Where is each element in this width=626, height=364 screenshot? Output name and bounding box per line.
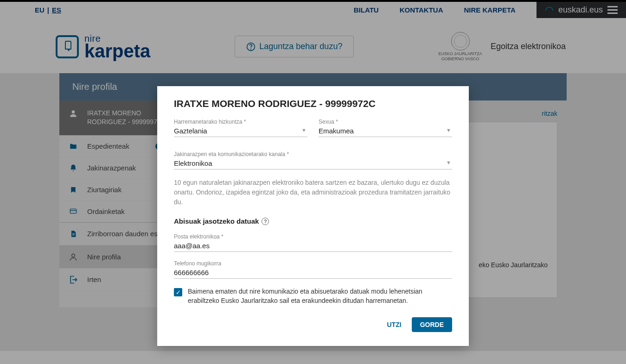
- sex-label: Sexua *: [319, 119, 452, 125]
- phone-label: Telefono mugikorra: [174, 260, 452, 267]
- language-value: Gaztelania: [174, 127, 307, 135]
- phone-field[interactable]: Telefono mugikorra: [174, 260, 452, 279]
- sex-field[interactable]: Sexua * Emakumea ▼: [319, 119, 452, 137]
- channel-field[interactable]: Jakinarazpen eta komunikazioetarako kana…: [174, 151, 452, 169]
- consent-row: ✓ Baimena ematen dut nire komunikazio et…: [174, 287, 452, 305]
- email-label: Posta elektronikoa *: [174, 233, 452, 240]
- consent-text: Baimena ematen dut nire komunikazio eta …: [188, 287, 452, 305]
- language-field[interactable]: Harremanetarako hizkuntza * Gaztelania ▼: [174, 119, 307, 137]
- sex-value: Emakumea: [319, 127, 452, 135]
- consent-checkbox[interactable]: ✓: [174, 288, 182, 296]
- channel-info-text: 10 egun naturaletan jakinarazpen elektro…: [174, 178, 452, 207]
- chevron-down-icon: ▼: [446, 160, 451, 165]
- chevron-down-icon: ▼: [301, 127, 307, 133]
- section-subtitle: Abisuak jasotzeko datuak ?: [174, 217, 452, 225]
- email-input[interactable]: [174, 242, 452, 250]
- chevron-down-icon: ▼: [446, 127, 451, 133]
- modal-title: IRATXE MORENO RODRIGUEZ - 99999972C: [174, 98, 452, 109]
- profile-edit-modal: IRATXE MORENO RODRIGUEZ - 99999972C Harr…: [157, 86, 469, 346]
- form-row-1: Harremanetarako hizkuntza * Gaztelania ▼…: [174, 119, 452, 145]
- help-question-icon[interactable]: ?: [262, 218, 269, 225]
- modal-actions: UTZI GORDE: [174, 317, 452, 332]
- phone-input[interactable]: [174, 269, 452, 276]
- modal-overlay: IRATXE MORENO RODRIGUEZ - 99999972C Harr…: [0, 0, 626, 364]
- subtitle-text: Abisuak jasotzeko datuak: [174, 217, 259, 225]
- cancel-button[interactable]: UTZI: [387, 321, 402, 328]
- save-button[interactable]: GORDE: [412, 317, 452, 332]
- email-field[interactable]: Posta elektronikoa *: [174, 233, 452, 252]
- channel-value: Elektronikoa: [174, 159, 452, 167]
- channel-label: Jakinarazpen eta komunikazioetarako kana…: [174, 151, 452, 157]
- language-label: Harremanetarako hizkuntza *: [174, 119, 307, 125]
